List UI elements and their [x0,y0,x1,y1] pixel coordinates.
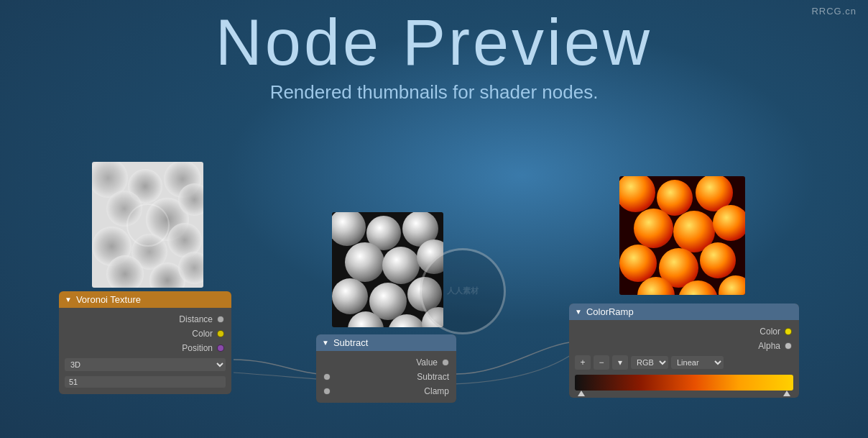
voronoi-node: ▼ Voronoi Texture Distance Color Positio… [59,291,231,394]
colorramp-alpha-label: Alpha [576,341,780,351]
colorramp-collapse-icon[interactable]: ▼ [575,308,582,316]
colorramp-thumbnail [619,176,745,295]
voronoi-position-row: Position [59,341,231,355]
colorramp-node: ▼ ColorRamp Color Alpha + − ▾ RGB HSV HS… [569,304,799,398]
colorramp-chevron-button[interactable]: ▾ [612,355,628,370]
voronoi-distance-label: Distance [66,314,213,324]
title-area: Node Preview Rendered thumbnails for sha… [0,7,868,104]
subtract-input2-row: Clamp [316,384,456,398]
subtract-value-label: Value [323,357,438,368]
colorramp-color-label: Color [576,327,780,337]
page-title: Node Preview [0,7,868,78]
subtract-node-title: Subtract [333,337,368,348]
colorramp-remove-button[interactable]: − [594,355,609,370]
subtract-header: ▼ Subtract [316,334,456,351]
subtract-in1-socket [323,373,331,380]
voronoi-distance-socket [217,316,224,323]
subtract-input2-label: Clamp [424,386,449,396]
colorramp-header: ▼ ColorRamp [569,304,799,320]
colorramp-alpha-row: Alpha [569,339,799,353]
subtract-input1-label: Subtract [417,372,449,382]
subtract-body: Value Subtract Clamp [316,351,456,403]
voronoi-body: Distance Color Position 3D 2D 4D [59,308,231,394]
voronoi-position-socket [217,345,224,352]
voronoi-header: ▼ Voronoi Texture [59,291,231,308]
voronoi-input-row [59,374,231,390]
voronoi-node-title: Voronoi Texture [76,294,141,305]
voronoi-color-socket [217,330,224,337]
colorramp-alpha-socket [785,342,792,350]
subtract-value-socket [442,359,449,366]
colorramp-add-button[interactable]: + [575,355,591,370]
voronoi-color-label: Color [66,329,213,339]
colorramp-color-socket [785,328,792,335]
voronoi-position-label: Position [66,343,213,353]
collapse-icon[interactable]: ▼ [65,296,72,304]
colorramp-body: Color Alpha + − ▾ RGB HSV HSL Linear Eas… [569,320,799,398]
colorramp-controls: + − ▾ RGB HSV HSL Linear Ease Cardinal C… [569,353,799,372]
colorramp-node-title: ColorRamp [586,306,634,317]
colorramp-color-row: Color [569,324,799,339]
subtract-in2-socket [323,388,331,395]
voronoi-color-row: Color [59,327,231,341]
voronoi-dimension-select[interactable]: 3D 2D 4D [65,358,226,371]
voronoi-distance-row: Distance [59,312,231,327]
subtract-collapse-icon[interactable]: ▼ [322,339,329,347]
subtract-value-row: Value [316,355,456,370]
voronoi-thumbnail [92,162,203,288]
colorramp-interpolation-select[interactable]: Linear Ease Cardinal Constant [671,356,724,369]
subtract-thumbnail [332,212,443,327]
colorramp-gradient-bar[interactable] [575,375,793,391]
colorramp-mode-select[interactable]: RGB HSV HSL [631,356,668,369]
voronoi-select-row: 3D 2D 4D [59,355,231,374]
page-subtitle: Rendered thumbnails for shader nodes. [0,81,868,104]
subtract-node: ▼ Subtract Value Subtract Clamp [316,334,456,403]
subtract-input1-row: Subtract [316,370,456,384]
voronoi-value-input[interactable] [65,376,226,388]
